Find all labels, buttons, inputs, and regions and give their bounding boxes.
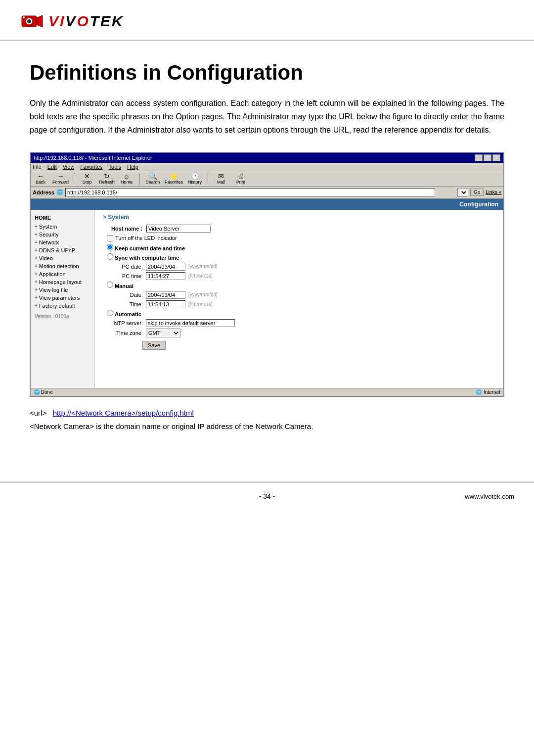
sidebar-item-video[interactable]: + Video xyxy=(31,254,94,262)
pc-date-input[interactable] xyxy=(146,263,185,271)
address-input[interactable] xyxy=(65,188,435,197)
timezone-label: Time zone: xyxy=(111,330,143,336)
toolbar-stop[interactable]: ✕ Stop xyxy=(79,173,95,185)
pc-date-hint: [yyyy/mm/dd] xyxy=(188,264,218,269)
menu-file[interactable]: File xyxy=(33,164,42,170)
radio-keep[interactable] xyxy=(107,244,113,250)
radio-automatic-row: Automatic xyxy=(107,310,495,317)
led-checkbox[interactable] xyxy=(107,235,113,241)
url-link[interactable]: http://<Network Camera>/setup/config.htm… xyxy=(53,409,194,417)
menu-edit[interactable]: Edit xyxy=(47,164,57,170)
pc-time-row: PC time: [hh:mm:ss] xyxy=(111,272,495,280)
menu-help[interactable]: Help xyxy=(127,164,138,170)
expand-icon: + xyxy=(35,287,38,292)
expand-icon: + xyxy=(35,255,38,261)
minimize-button[interactable]: _ xyxy=(475,154,483,161)
mail-label: Mail xyxy=(217,180,225,185)
intro-paragraph: Only the Administrator can access system… xyxy=(30,96,504,137)
toolbar-forward[interactable]: → Forward xyxy=(52,173,69,185)
sidebar-item-application[interactable]: + Application xyxy=(31,270,94,278)
radio-sync-row: Sync with computer time xyxy=(107,253,495,261)
sidebar-home[interactable]: HOME xyxy=(31,213,94,223)
expand-icon: + xyxy=(35,232,38,237)
internet-label: Internet xyxy=(484,389,500,395)
browser-menubar: File Edit View Favorites Tools Help xyxy=(31,163,503,171)
maximize-button[interactable]: □ xyxy=(484,154,491,161)
address-label: Address xyxy=(33,189,54,195)
toolbar-back[interactable]: ← Back xyxy=(33,173,48,185)
browser-title: http://192.168.0.118/ - Microsoft Intern… xyxy=(34,155,152,161)
main-panel: > System Host name : Turn off the LED in… xyxy=(95,210,503,388)
manual-time-row: Time: [hh:mm:ss] xyxy=(111,300,495,308)
save-button[interactable]: Save xyxy=(142,341,166,350)
toolbar-print[interactable]: 🖨 Print xyxy=(233,173,249,185)
timezone-select[interactable]: GMT xyxy=(146,329,180,337)
manual-date-input[interactable] xyxy=(146,291,185,299)
panel-section-title: > System xyxy=(103,214,495,221)
radio-sync-label: Sync with computer time xyxy=(115,255,179,261)
done-icon: 🌐 xyxy=(34,389,40,395)
sidebar-factory-label: Factory default xyxy=(39,303,75,309)
toolbar-search[interactable]: 🔍 Search xyxy=(145,173,161,185)
expand-icon: + xyxy=(35,271,38,277)
toolbar-separator-2 xyxy=(139,173,140,185)
pc-date-row: PC date: [yyyy/mm/dd] xyxy=(111,263,495,271)
sidebar-item-factory[interactable]: + Factory default xyxy=(31,302,94,310)
sidebar-motion-label: Motion detection xyxy=(39,263,79,269)
go-button[interactable]: Go xyxy=(470,189,484,196)
menu-favorites[interactable]: Favorites xyxy=(80,164,102,170)
sidebar-item-ddns[interactable]: + DDNS & UPnP xyxy=(31,246,94,254)
ntp-row: NTP server: xyxy=(111,319,495,327)
expand-icon: + xyxy=(35,263,38,269)
toolbar-mail[interactable]: ✉ Mail xyxy=(213,173,229,185)
pc-time-hint: [hh:mm:ss] xyxy=(188,273,213,279)
svg-marker-4 xyxy=(37,15,43,27)
sidebar: HOME + System + Security + Network + DDN… xyxy=(31,210,95,388)
search-icon: 🔍 xyxy=(149,173,157,180)
toolbar-favorites[interactable]: ⭐ Favorites xyxy=(165,173,183,185)
logo-text: VIVOTEK xyxy=(48,13,124,30)
radio-keep-row: Keep current date and time xyxy=(107,244,495,251)
menu-view[interactable]: View xyxy=(63,164,75,170)
radio-manual[interactable] xyxy=(107,282,113,288)
pc-date-label: PC date: xyxy=(111,264,143,270)
sidebar-security-label: Security xyxy=(39,232,59,237)
sidebar-item-viewlog[interactable]: + View log file xyxy=(31,286,94,294)
browser-addressbar: Address 🌐 Go Links » xyxy=(31,187,503,199)
sidebar-item-network[interactable]: + Network xyxy=(31,238,94,246)
close-button[interactable]: × xyxy=(492,154,500,161)
header: VIVOTEK xyxy=(0,0,534,41)
links-button[interactable]: Links » xyxy=(486,189,501,195)
toolbar-home[interactable]: ⌂ Home xyxy=(119,173,134,185)
status-internet: 🌐 Internet xyxy=(476,389,500,395)
sidebar-item-motion[interactable]: + Motion detection xyxy=(31,262,94,270)
radio-sync[interactable] xyxy=(107,253,113,260)
config-bar: Configuration xyxy=(31,199,503,210)
manual-time-input[interactable] xyxy=(146,300,185,308)
sidebar-item-homepage[interactable]: + Homepage layout xyxy=(31,278,94,286)
manual-date-label: Date: xyxy=(111,292,143,298)
favorites-label: Favorites xyxy=(165,180,183,185)
ntp-label: NTP server: xyxy=(111,320,143,326)
sidebar-item-security[interactable]: + Security xyxy=(31,231,94,238)
sidebar-video-label: Video xyxy=(39,255,53,261)
sidebar-ddns-label: DDNS & UPnP xyxy=(39,247,75,253)
browser-content: HOME + System + Security + Network + DDN… xyxy=(31,210,503,388)
favorites-icon: ⭐ xyxy=(170,173,178,180)
expand-icon: + xyxy=(35,247,38,253)
sidebar-item-system[interactable]: + System xyxy=(31,223,94,231)
menu-tools[interactable]: Tools xyxy=(109,164,122,170)
sidebar-item-viewparams[interactable]: + View parameters xyxy=(31,294,94,302)
timezone-row: Time zone: GMT xyxy=(111,329,495,337)
titlebar-buttons: _ □ × xyxy=(475,154,500,161)
radio-automatic[interactable] xyxy=(107,310,113,316)
ntp-input[interactable] xyxy=(146,319,235,327)
pc-time-input[interactable] xyxy=(146,272,185,280)
hostname-input[interactable] xyxy=(146,225,211,233)
manual-time-label: Time: xyxy=(111,301,143,307)
toolbar-refresh[interactable]: ↻ Refresh xyxy=(99,173,115,185)
toolbar-history[interactable]: 🕐 History xyxy=(187,173,203,185)
led-checkbox-row: Turn off the LED indicator xyxy=(107,235,495,241)
forward-label: Forward xyxy=(52,180,69,185)
address-dropdown[interactable] xyxy=(457,188,468,197)
